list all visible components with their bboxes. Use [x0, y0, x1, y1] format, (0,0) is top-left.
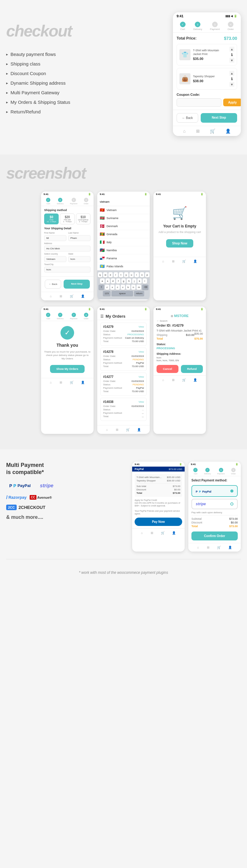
key-shift[interactable]: ⇧	[99, 285, 104, 290]
country-input[interactable]	[44, 256, 66, 262]
key-s[interactable]: s	[106, 278, 110, 284]
ty-user-icon: 👤	[81, 381, 84, 384]
shipping-opt-flat[interactable]: $20 Flat rate 1 - 4 Days	[60, 214, 74, 224]
state-input[interactable]	[68, 256, 91, 262]
view-order-button[interactable]: View	[139, 400, 144, 403]
key-k[interactable]: k	[137, 278, 142, 284]
key-z[interactable]: z	[105, 285, 109, 290]
refund-button[interactable]: Refund	[181, 365, 203, 373]
confirm-order-button[interactable]: Confirm Order	[191, 531, 238, 540]
city-input[interactable]	[44, 267, 91, 273]
country-item[interactable]: 🇩🇰Denmark	[97, 222, 150, 230]
form-row-name: First Name Last Name	[44, 232, 91, 241]
key-return[interactable]: return	[134, 291, 144, 296]
key-t[interactable]: t	[119, 272, 123, 278]
coupon-input[interactable]	[177, 98, 221, 106]
view-order-button[interactable]: View	[139, 375, 144, 378]
empty-cart-nav-icon: 🛒	[182, 259, 186, 263]
key-w[interactable]: w	[103, 272, 107, 278]
stripe-payment-option[interactable]: stripe	[191, 499, 238, 509]
empty-cart-body: 🛒 Your Cart is Empty Add a product to th…	[153, 196, 206, 257]
country-item[interactable]: 🇵🇦Panama	[97, 254, 150, 262]
key-u[interactable]: u	[129, 272, 134, 278]
key-x[interactable]: x	[110, 285, 114, 290]
country-item[interactable]: 🇵🇼Palau Islands	[97, 262, 150, 270]
empty-grid-icon: ⊞	[172, 259, 174, 263]
lastname-input[interactable]	[68, 235, 91, 241]
key-f[interactable]: f	[116, 278, 120, 284]
key-d[interactable]: d	[111, 278, 115, 284]
ty-circle-cart: ✓	[46, 313, 50, 317]
thankyou-body: ✓ Thank you Thank you so much for your p…	[41, 321, 94, 378]
view-order-button[interactable]: View	[139, 350, 144, 353]
key-c[interactable]: c	[115, 285, 120, 290]
qty-up-icon[interactable]: ▲	[230, 71, 234, 76]
qty-down-icon[interactable]: ▼	[230, 58, 234, 63]
addr-text: hcmhcm, hcm, 7000, EN	[156, 356, 203, 362]
coupon-input-row: Apply	[177, 98, 237, 106]
order-total-label: Total:	[103, 365, 109, 368]
country-search-input[interactable]	[100, 200, 147, 203]
ship-step-payment: 3 Payment	[70, 198, 77, 205]
pay-now-button[interactable]: Pay Now	[135, 518, 182, 526]
country-flag-icon: 🇩🇰	[100, 224, 105, 228]
key-i[interactable]: i	[135, 272, 139, 278]
apply-button[interactable]: Apply	[223, 99, 241, 106]
shipping-back-btn[interactable]: ← Back	[45, 280, 61, 289]
hamburger-icon[interactable]: ☰	[100, 314, 104, 318]
back-button[interactable]: ← Back	[177, 113, 198, 123]
key-m[interactable]: m	[137, 285, 141, 290]
key-p[interactable]: p	[145, 272, 149, 278]
key-h[interactable]: h	[127, 278, 131, 284]
key-r[interactable]: r	[114, 272, 118, 278]
key-v[interactable]: v	[121, 285, 125, 290]
country-item[interactable]: 🇳🇦Namibia	[97, 246, 150, 254]
key-q[interactable]: q	[98, 272, 102, 278]
product-image: 👜	[179, 73, 190, 84]
key-space[interactable]: space	[111, 291, 133, 296]
firstname-input[interactable]	[44, 235, 66, 241]
shipping-phone: 9:41 🔋 ✓ Cart 2 Delivery 3 Payment 4	[41, 192, 94, 300]
cancel-order-button[interactable]: Cancel	[156, 365, 178, 373]
cash-note: Pay with cash upon delivery.	[191, 511, 238, 514]
shipping-opt-free[interactable]: $0 Free x1 · 1 Days	[44, 214, 59, 224]
paypal-payment-option[interactable]: P P PayPal	[191, 485, 238, 497]
key-l[interactable]: l	[143, 278, 147, 284]
key-n[interactable]: n	[131, 285, 136, 290]
shop-now-button[interactable]: Shop Now	[166, 239, 193, 248]
key-o[interactable]: o	[140, 272, 144, 278]
country-item[interactable]: 🇸🇷Suriname	[97, 214, 150, 222]
country-item[interactable]: 🇮🇹Italy	[97, 238, 150, 246]
key-e[interactable]: e	[108, 272, 113, 278]
key-g[interactable]: g	[121, 278, 126, 284]
key-b[interactable]: b	[126, 285, 130, 290]
key-a[interactable]: a	[100, 278, 104, 284]
step-payment-label: Payment	[210, 28, 220, 31]
key-123[interactable]: 123	[103, 291, 110, 296]
qty-up-icon[interactable]: ▲	[230, 46, 234, 52]
order-date-val: 01/03/2019	[132, 380, 144, 382]
order-id: #14277	[103, 375, 113, 378]
key-backspace[interactable]: ⌫	[142, 285, 148, 290]
ty-order-label: Order	[84, 318, 88, 319]
country-item[interactable]: 🇻🇳Vietnam	[97, 206, 150, 214]
feature-item: Return/Refund	[6, 107, 167, 117]
thankyou-time: 9:41	[43, 308, 48, 311]
shipping-opt-local[interactable]: $10 Local pickup 1 - 4 Days	[76, 214, 91, 224]
view-order-button[interactable]: View	[139, 326, 144, 328]
orders-signal: 🔋	[144, 308, 147, 311]
address-input[interactable]	[44, 246, 91, 251]
order-product-name: T-Shirt with Mountain Jacket Print x1 $3…	[156, 329, 203, 332]
empty-cart-time: 9:41	[156, 193, 161, 195]
order-payment-label: Payment method:	[103, 386, 122, 389]
country-item[interactable]: 🇬🇩Grenada	[97, 230, 150, 238]
next-button[interactable]: Next Step	[201, 113, 237, 123]
order-date-row: Order Date: 01/03/2019	[103, 380, 144, 382]
paypal-total-val: $73.00	[173, 492, 180, 494]
shipping-next-btn[interactable]: Next Step	[64, 280, 90, 289]
show-my-orders-button[interactable]: Show My Orders	[50, 365, 84, 373]
key-j[interactable]: j	[132, 278, 137, 284]
order-id: #14038	[103, 400, 113, 404]
qty-down-icon[interactable]: ▼	[230, 82, 234, 87]
key-y[interactable]: y	[124, 272, 129, 278]
